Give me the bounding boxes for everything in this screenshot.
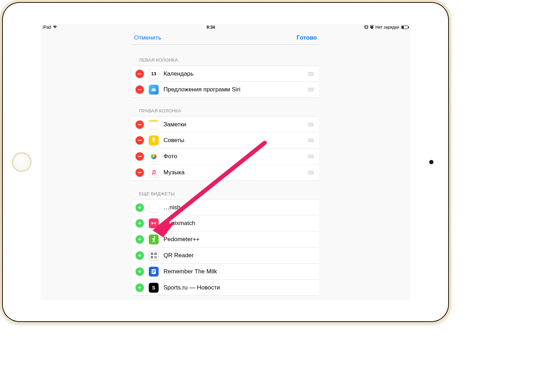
svg-rect-18 (155, 253, 156, 254)
remove-button[interactable] (136, 168, 144, 177)
rotation-lock-icon (364, 25, 368, 30)
cancel-button[interactable]: Отменить (133, 33, 162, 43)
widget-row-rtm: + Remember The Milk (132, 264, 319, 280)
alarm-icon (370, 25, 374, 30)
section-header-more: ЕЩЕ ВИДЖЕТЫ (132, 181, 319, 199)
widget-row-music: Музыка (132, 164, 319, 181)
status-left: iPad (43, 25, 57, 30)
widget-row-wunish: + …nish (132, 199, 319, 215)
add-button[interactable]: + (136, 203, 144, 212)
clock: 9:34 (57, 25, 364, 30)
svg-rect-4 (153, 142, 154, 143)
remove-button[interactable] (136, 70, 144, 78)
remove-button[interactable] (136, 85, 144, 94)
add-button[interactable]: + (136, 219, 144, 227)
svg-rect-17 (152, 253, 153, 254)
widget-label: Musixmatch (164, 220, 315, 227)
notes-icon (149, 120, 159, 130)
widget-row-pedometer: + Pedometer++ (132, 231, 319, 247)
calendar-icon: 13 (149, 69, 159, 79)
svg-point-12 (152, 154, 154, 156)
qr-icon (149, 251, 159, 260)
svg-rect-21 (156, 256, 157, 257)
widget-row-musixmatch: + Musixmatch (132, 215, 319, 231)
more-widgets-group: + …nish + Musixmatch + (132, 199, 319, 296)
section-header-right: ПРАВАЯ КОЛОНКА (132, 98, 319, 116)
musixmatch-icon (149, 218, 159, 228)
tips-icon (149, 135, 159, 145)
add-button[interactable]: + (136, 267, 144, 276)
widget-row-siri: Предложения программ Siri (132, 82, 319, 98)
remove-button[interactable] (136, 120, 144, 129)
status-right: Нет зарядки (364, 25, 408, 30)
right-column-group: Заметки Советы (132, 116, 319, 181)
siri-icon (149, 85, 159, 94)
widget-label: Pedometer++ (164, 236, 315, 243)
ipad-bezel-edge: iPad 9:34 Нет зарядки (2, 2, 449, 322)
widget-row-sports: + S Sports.ru — Новости (132, 280, 319, 296)
widget-row-tips: Советы (132, 132, 319, 148)
svg-point-3 (152, 88, 156, 90)
ipad-face: iPad 9:34 Нет зарядки (3, 3, 448, 321)
camera-icon (429, 160, 433, 164)
app-icon (149, 203, 159, 212)
remove-button[interactable] (136, 152, 144, 161)
widget-label: Sports.ru — Новости (164, 284, 315, 291)
svg-rect-28 (152, 272, 154, 273)
widget-label: Предложения программ Siri (164, 86, 303, 93)
widget-row-notes: Заметки (132, 116, 319, 132)
widget-label: Календарь (164, 70, 303, 77)
charging-label: Нет зарядки (375, 25, 399, 30)
left-column-group: 13 Календарь Предложения программ Siri (132, 65, 319, 98)
nav-bar: Отменить Готово (132, 31, 319, 45)
widget-label: …nish (164, 204, 315, 211)
rtm-icon (149, 267, 159, 276)
screen: iPad 9:34 Нет зарядки (41, 24, 410, 300)
section-header-left: ЛЕВАЯ КОЛОНКА (132, 45, 319, 65)
drag-handle[interactable] (308, 171, 315, 174)
widget-row-photos: Фото (132, 148, 319, 164)
svg-rect-24 (156, 258, 157, 258)
add-button[interactable]: + (136, 235, 144, 244)
wifi-icon (53, 25, 57, 29)
widget-label: Заметки (164, 121, 303, 128)
widget-label: Музыка (164, 169, 303, 176)
device-label: iPad (43, 25, 51, 30)
svg-rect-19 (152, 257, 153, 258)
content: ЛЕВАЯ КОЛОНКА 13 Календарь (132, 45, 319, 296)
pedometer-icon (149, 234, 159, 244)
music-icon (149, 168, 159, 177)
widget-label: Советы (164, 137, 303, 144)
home-button[interactable] (12, 152, 32, 172)
done-button[interactable]: Готово (296, 33, 318, 43)
photos-icon (149, 152, 159, 161)
drag-handle[interactable] (308, 123, 315, 126)
status-bar: iPad 9:34 Нет зарядки (41, 24, 410, 31)
svg-point-13 (154, 236, 155, 238)
add-button[interactable]: + (136, 251, 144, 260)
svg-rect-23 (154, 258, 155, 258)
widget-label: QR Reader (164, 252, 315, 259)
add-button[interactable]: + (136, 284, 144, 292)
remove-button[interactable] (136, 136, 144, 145)
widget-row-qrreader: + QR Reader (132, 247, 319, 264)
sports-icon: S (149, 283, 159, 293)
svg-rect-22 (155, 257, 156, 258)
svg-rect-26 (152, 270, 155, 271)
widget-label: Фото (164, 153, 303, 160)
drag-handle[interactable] (308, 155, 315, 158)
svg-rect-20 (154, 256, 155, 257)
widget-row-calendar: 13 Календарь (132, 65, 319, 82)
ipad-bezel: iPad 9:34 Нет зарядки (0, 0, 451, 324)
drag-handle[interactable] (308, 88, 315, 91)
drag-handle[interactable] (308, 72, 315, 76)
battery-icon (401, 26, 408, 29)
drag-handle[interactable] (308, 139, 315, 142)
svg-rect-27 (152, 271, 155, 272)
widget-label: Remember The Milk (164, 268, 315, 275)
